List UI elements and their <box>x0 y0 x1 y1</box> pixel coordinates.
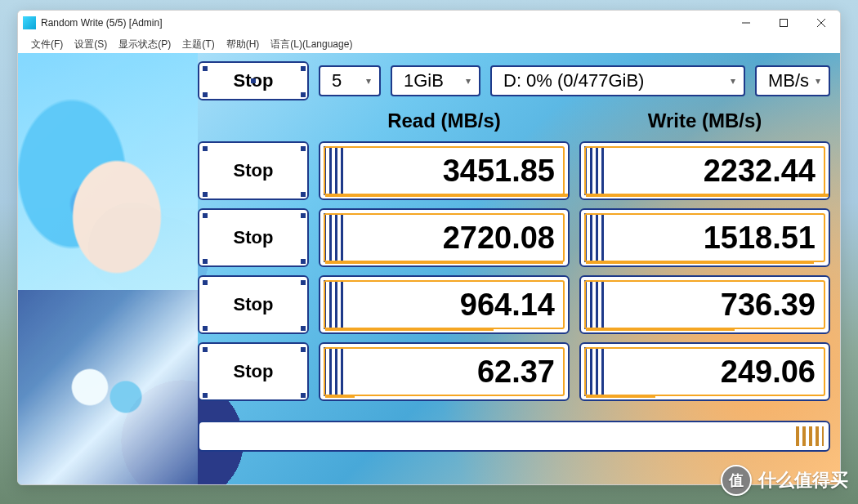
read-result-cell: 2720.08 <box>319 208 570 267</box>
gauge-stripes-icon <box>584 280 606 329</box>
write-result-cell: 2232.44 <box>579 141 830 200</box>
gauge-fill <box>586 395 655 398</box>
test-count-select[interactable]: 5 ▾ <box>319 65 381 96</box>
chevron-down-icon: ▾ <box>731 75 735 87</box>
controls-row: Stop 5 ▾ 1GiB ▾ D: 0% (0/477GiB) ▾ MB/s … <box>198 61 830 100</box>
run-all-button[interactable]: Stop <box>198 61 309 100</box>
chevron-down-icon: ▾ <box>466 75 471 87</box>
svg-rect-1 <box>780 20 788 27</box>
theme-background-character <box>18 53 198 484</box>
test-button-1[interactable]: Stop <box>198 208 309 267</box>
gauge-fill <box>586 194 830 197</box>
read-value: 3451.85 <box>443 154 555 189</box>
watermark-badge: 值 <box>721 465 752 496</box>
test-button-label: Stop <box>234 160 274 181</box>
result-row: Stop2720.081518.51 <box>198 208 830 267</box>
gauge-fill <box>325 328 494 331</box>
benchmark-panel: Stop 5 ▾ 1GiB ▾ D: 0% (0/477GiB) ▾ MB/s … <box>198 61 830 475</box>
test-size-value: 1GiB <box>404 70 444 91</box>
header-write: Write (MB/s) <box>579 109 830 132</box>
column-headers: Read (MB/s) Write (MB/s) <box>198 109 830 133</box>
gauge-fill <box>325 261 563 264</box>
write-value: 1518.51 <box>704 221 816 256</box>
test-button-0[interactable]: Stop <box>198 141 309 200</box>
app-icon <box>23 16 36 29</box>
menu-settings[interactable]: 设置(S) <box>69 36 112 53</box>
unit-value: MB/s <box>768 70 809 91</box>
result-row: Stop3451.852232.44 <box>198 141 830 200</box>
maximize-button[interactable] <box>765 11 802 35</box>
read-result-cell: 62.37 <box>319 342 570 401</box>
result-row: Stop964.14736.39 <box>198 275 830 334</box>
content-area: Stop 5 ▾ 1GiB ▾ D: 0% (0/477GiB) ▾ MB/s … <box>18 53 840 484</box>
unit-select[interactable]: MB/s ▾ <box>755 65 830 96</box>
progress-indicator-icon <box>796 426 824 446</box>
chevron-down-icon: ▾ <box>366 75 371 87</box>
write-result-cell: 249.06 <box>579 342 830 401</box>
read-value: 2720.08 <box>443 221 555 256</box>
gauge-stripes-icon <box>584 347 606 396</box>
test-count-value: 5 <box>332 70 342 91</box>
gauge-stripes-icon <box>584 213 606 262</box>
gauge-fill <box>325 194 570 197</box>
read-result-cell: 964.14 <box>319 275 570 334</box>
gauge-stripes-icon <box>324 347 345 396</box>
minimize-button[interactable] <box>727 11 765 35</box>
progress-bar <box>198 421 830 452</box>
watermark-text: 什么值得买 <box>758 468 848 493</box>
result-row: Stop62.37249.06 <box>198 342 830 401</box>
test-button-label: Stop <box>234 294 274 315</box>
watermark: 值 什么值得买 <box>721 465 848 496</box>
menu-display[interactable]: 显示状态(P) <box>114 36 176 53</box>
test-button-label: Stop <box>234 361 274 382</box>
gauge-fill <box>586 261 814 264</box>
gauge-stripes-icon <box>324 146 345 195</box>
menu-file[interactable]: 文件(F) <box>26 36 68 53</box>
drive-value: D: 0% (0/477GiB) <box>503 70 644 91</box>
close-button[interactable] <box>802 11 840 35</box>
test-size-select[interactable]: 1GiB ▾ <box>391 65 480 96</box>
titlebar: Random Write (5/5) [Admin] <box>18 11 840 35</box>
window-controls <box>727 11 840 35</box>
header-read: Read (MB/s) <box>319 109 570 132</box>
menu-help[interactable]: 帮助(H) <box>221 36 265 53</box>
gauge-stripes-icon <box>324 213 345 262</box>
gauge-fill <box>586 328 735 331</box>
test-button-3[interactable]: Stop <box>198 342 309 401</box>
app-window: Random Write (5/5) [Admin] 文件(F) 设置(S) 显… <box>17 10 841 485</box>
test-button-label: Stop <box>234 227 274 248</box>
menu-theme[interactable]: 主题(T) <box>177 36 219 53</box>
gauge-stripes-icon <box>584 146 606 195</box>
result-rows: Stop3451.852232.44Stop2720.081518.51Stop… <box>198 141 830 409</box>
chevron-down-icon: ▾ <box>816 75 820 87</box>
write-value: 736.39 <box>721 288 816 323</box>
menu-language[interactable]: 语言(L)(Language) <box>266 36 357 53</box>
window-title: Random Write (5/5) [Admin] <box>41 17 163 29</box>
gauge-stripes-icon <box>324 280 345 329</box>
menubar: 文件(F) 设置(S) 显示状态(P) 主题(T) 帮助(H) 语言(L)(La… <box>18 35 840 53</box>
write-result-cell: 1518.51 <box>579 208 830 267</box>
gauge-fill <box>325 395 355 398</box>
write-value: 249.06 <box>721 355 816 390</box>
test-button-2[interactable]: Stop <box>198 275 309 334</box>
read-value: 62.37 <box>477 355 555 390</box>
read-result-cell: 3451.85 <box>319 141 570 200</box>
read-value: 964.14 <box>460 288 555 323</box>
write-value: 2232.44 <box>704 154 816 189</box>
drive-select[interactable]: D: 0% (0/477GiB) ▾ <box>490 65 745 96</box>
run-all-label: Stop <box>234 70 274 91</box>
write-result-cell: 736.39 <box>579 275 830 334</box>
